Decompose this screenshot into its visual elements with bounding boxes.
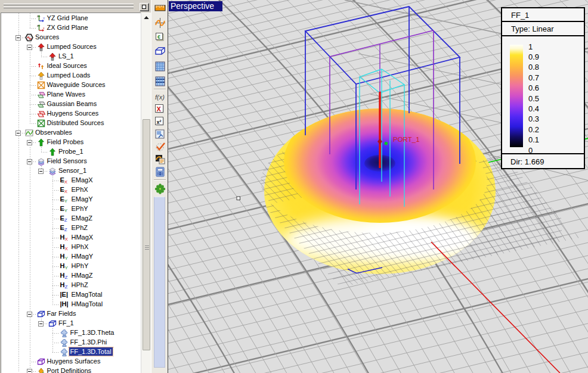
svg-text:x: x bbox=[43, 26, 45, 30]
svg-text:€: € bbox=[157, 34, 160, 40]
svg-text:X: X bbox=[157, 105, 162, 112]
svg-text:x²: x² bbox=[157, 119, 162, 125]
svg-text:f(x): f(x) bbox=[155, 94, 165, 101]
svg-text:PORT_1: PORT_1 bbox=[393, 136, 420, 143]
svg-text:Y: Y bbox=[43, 17, 45, 20]
